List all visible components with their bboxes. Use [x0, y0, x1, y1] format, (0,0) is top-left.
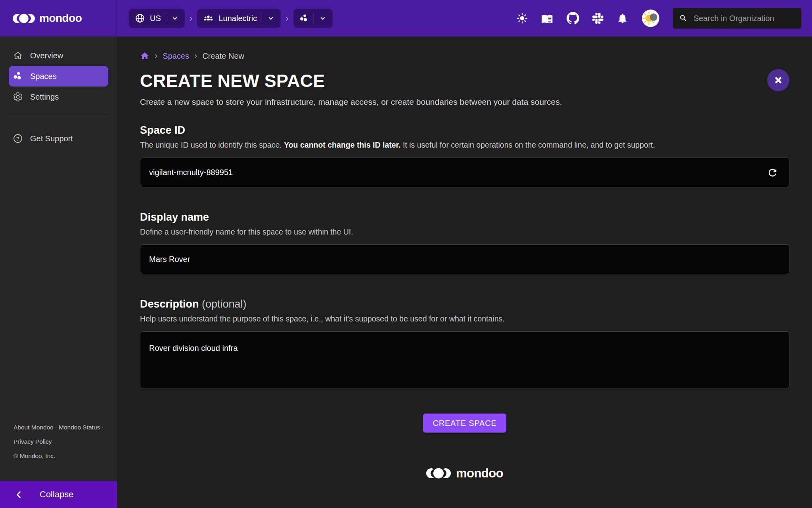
brand-wordmark: mondoo	[39, 12, 82, 25]
search-icon	[679, 13, 688, 23]
footer-separator: ·	[55, 424, 57, 431]
description-label: Description (optional)	[140, 298, 789, 310]
gear-icon	[13, 92, 23, 102]
docs-book-icon	[541, 12, 553, 25]
chevron-down-icon	[267, 14, 275, 22]
mondoo-logo-icon	[13, 11, 35, 26]
space-id-input[interactable]	[140, 158, 789, 187]
sidebar-item-label: Get Support	[30, 134, 73, 143]
space-id-label: Space ID	[140, 124, 789, 137]
breadcrumb-separator: ›	[155, 51, 157, 61]
description-label-text: Description	[140, 298, 199, 310]
display-name-label: Display name	[140, 211, 789, 223]
github-button[interactable]	[567, 12, 579, 25]
sidebar-footer: About Mondoo·Mondoo Status· Privacy Poli…	[0, 424, 117, 481]
sun-icon	[516, 12, 528, 24]
nav-separator: ›	[285, 13, 289, 24]
description-optional-suffix: (optional)	[202, 298, 247, 310]
sidebar-item-spaces[interactable]: Spaces	[9, 66, 108, 87]
footer-separator: ·	[102, 424, 103, 431]
topbar-actions	[516, 8, 812, 29]
app: mondoo US › Lunalectric	[0, 0, 812, 508]
sidebar-divider	[9, 116, 108, 116]
breadcrumb-home[interactable]	[140, 51, 149, 61]
footer-link-about[interactable]: About Mondoo	[13, 424, 54, 431]
space-selector[interactable]	[293, 9, 333, 28]
user-avatar[interactable]	[642, 9, 660, 27]
topbar: mondoo US › Lunalectric	[0, 0, 812, 37]
bell-icon	[617, 12, 628, 24]
display-name-section: Display name Define a user-friendly name…	[140, 211, 789, 274]
pill-divider	[314, 13, 314, 23]
footer-privacy-line: Privacy Policy	[13, 438, 113, 445]
shell: Overview Spaces Settings ?	[0, 37, 812, 508]
mondoo-logo-icon	[426, 465, 451, 481]
org-selector[interactable]: Lunalectric	[197, 9, 281, 28]
search-input[interactable]	[693, 13, 795, 23]
brand[interactable]: mondoo	[0, 0, 117, 37]
chevron-left-icon	[14, 490, 24, 499]
sidebar-item-overview[interactable]: Overview	[9, 45, 108, 66]
org-people-icon	[203, 13, 214, 24]
space-id-help: The unique ID used to identify this spac…	[140, 140, 789, 150]
breadcrumb: › Spaces › Create New	[140, 51, 789, 61]
collapse-sidebar-button[interactable]: Collapse	[0, 481, 117, 508]
avatar-eclipse-icon	[642, 9, 660, 27]
search-box	[673, 8, 801, 29]
breadcrumb-spaces-link[interactable]: Spaces	[163, 52, 189, 61]
sidebar-item-get-support[interactable]: ? Get Support	[9, 128, 108, 149]
footer-copyright: © Mondoo, Inc.	[13, 452, 113, 460]
space-id-help-bold: You cannot change this ID later.	[284, 140, 400, 149]
display-name-field	[140, 244, 789, 274]
region-selector[interactable]: US	[129, 9, 185, 28]
nav-separator: ›	[190, 13, 193, 24]
docs-button[interactable]	[541, 12, 553, 25]
description-section: Description (optional) Help users unders…	[140, 298, 789, 389]
main-footer-brand: mondoo	[140, 465, 789, 481]
regenerate-id-button[interactable]	[764, 166, 781, 179]
slack-button[interactable]	[592, 13, 603, 24]
create-space-button[interactable]: CREATE SPACE	[423, 414, 506, 433]
breadcrumb-home-icon	[140, 51, 149, 61]
sidebar: Overview Spaces Settings ?	[0, 37, 117, 508]
refresh-icon	[767, 167, 778, 178]
page-title: CREATE NEW SPACE	[140, 71, 325, 91]
sidebar-item-label: Overview	[30, 51, 63, 60]
chevron-down-icon	[319, 14, 327, 22]
region-label: US	[150, 14, 161, 23]
chevron-down-icon	[171, 14, 179, 22]
footer-link-privacy[interactable]: Privacy Policy	[13, 438, 52, 445]
collapse-label: Collapse	[40, 489, 74, 500]
sidebar-item-label: Settings	[30, 92, 59, 102]
breadcrumb-separator: ›	[194, 51, 197, 61]
close-button[interactable]	[767, 69, 789, 91]
slack-icon	[592, 13, 603, 24]
home-icon	[13, 50, 23, 61]
sidebar-item-label: Spaces	[30, 72, 57, 81]
title-row: CREATE NEW SPACE	[140, 71, 789, 91]
space-id-section: Space ID The unique ID used to identify …	[140, 124, 789, 187]
theme-toggle-button[interactable]	[516, 12, 528, 24]
space-id-field	[140, 158, 789, 187]
space-id-help-pre: The unique ID used to identify this spac…	[140, 140, 284, 149]
description-textarea[interactable]: Rover division cloud infra	[140, 331, 789, 389]
description-help: Help users understand the purpose of thi…	[140, 314, 789, 323]
org-label: Lunalectric	[218, 14, 257, 23]
footer-link-status[interactable]: Mondoo Status	[59, 424, 100, 431]
pill-divider	[262, 13, 262, 23]
main-content: › Spaces › Create New CREATE NEW SPACE C…	[117, 37, 812, 508]
footer-brand-wordmark: mondoo	[456, 466, 503, 481]
page-subtitle: Create a new space to store your infrast…	[140, 97, 789, 107]
display-name-help: Define a user-friendly name for this spa…	[140, 227, 789, 237]
notifications-button[interactable]	[617, 12, 628, 24]
spaces-dots-icon	[13, 71, 23, 81]
close-icon	[773, 75, 784, 86]
sidebar-item-settings[interactable]: Settings	[9, 87, 108, 107]
globe-icon	[135, 13, 145, 23]
pill-divider	[166, 13, 166, 23]
footer-links-line: About Mondoo·Mondoo Status·	[13, 424, 113, 431]
display-name-input[interactable]	[140, 244, 789, 274]
github-icon	[567, 12, 579, 25]
svg-text:?: ?	[16, 136, 19, 142]
space-id-help-post: It is useful for certain operations on t…	[401, 140, 655, 149]
